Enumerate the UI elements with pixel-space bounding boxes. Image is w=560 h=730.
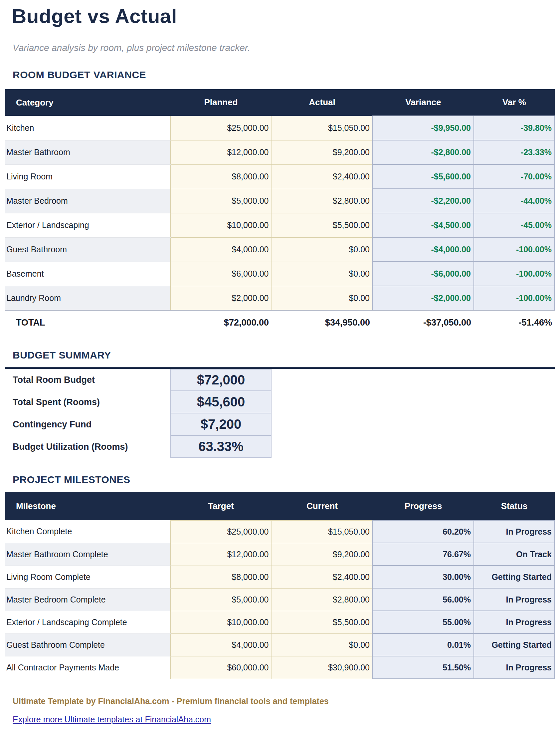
- category-cell: Basement: [5, 262, 170, 286]
- category-cell: Guest Bathroom: [5, 237, 170, 262]
- milestone-cell: Living Room Complete: [5, 566, 170, 588]
- summary-value: $7,200: [170, 414, 272, 436]
- category-cell: Master Bedroom: [5, 189, 170, 213]
- target-cell: $25,000.00: [170, 520, 272, 543]
- milestone-cell: All Contractor Payments Made: [5, 656, 170, 679]
- project-milestones-table: MilestoneTargetCurrentProgressStatus Kit…: [5, 492, 555, 679]
- total-variance: -$37,050.00: [373, 310, 474, 335]
- variance-cell: -$4,000.00: [373, 237, 474, 262]
- summary-section-heading: BUDGET SUMMARY: [13, 349, 548, 361]
- milestone-cell: Master Bathroom Complete: [5, 543, 170, 566]
- footer-link[interactable]: Explore more Ultimate templates at Finan…: [13, 715, 211, 724]
- status-cell: In Progress: [474, 656, 555, 679]
- summary-label: Total Spent (Rooms): [13, 391, 100, 414]
- milestone-column-header: Progress: [373, 492, 474, 520]
- variance-column-header: Category: [5, 89, 170, 116]
- table-row: Exterior / Landscaping$10,000.00$5,500.0…: [5, 213, 555, 237]
- progress-cell: 0.01%: [373, 634, 474, 656]
- variance-cell: -$5,600.00: [373, 164, 474, 189]
- variance-column-header: Actual: [272, 89, 373, 116]
- table-row: Kitchen Complete$25,000.00$15,050.0060.2…: [5, 520, 555, 543]
- target-cell: $10,000.00: [170, 611, 272, 634]
- total-planned: $72,000.00: [170, 310, 272, 335]
- variance-cell: -$2,000.00: [373, 286, 474, 310]
- planned-cell: $2,000.00: [170, 286, 272, 310]
- planned-cell: $25,000.00: [170, 116, 272, 140]
- summary-value: 63.33%: [170, 436, 272, 458]
- progress-cell: 51.50%: [373, 656, 474, 679]
- var-pct-cell: -45.00%: [474, 213, 555, 237]
- category-cell: Laundry Room: [5, 286, 170, 310]
- planned-cell: $4,000.00: [170, 237, 272, 262]
- progress-cell: 56.00%: [373, 588, 474, 611]
- variance-cell: -$6,000.00: [373, 262, 474, 286]
- milestone-cell: Guest Bathroom Complete: [5, 634, 170, 656]
- variance-column-header: Var %: [474, 89, 555, 116]
- summary-value: $72,000: [170, 369, 272, 391]
- actual-cell: $0.00: [272, 286, 373, 310]
- summary-label: Total Room Budget: [13, 369, 95, 391]
- target-cell: $4,000.00: [170, 634, 272, 656]
- table-row: Living Room Complete$8,000.00$2,400.0030…: [5, 566, 555, 588]
- var-pct-cell: -100.00%: [474, 237, 555, 262]
- table-row: Master Bathroom$12,000.00$9,200.00-$2,80…: [5, 140, 555, 164]
- page-title: Budget vs Actual: [12, 0, 548, 27]
- table-row: Guest Bathroom Complete$4,000.00$0.000.0…: [5, 634, 555, 656]
- var-pct-cell: -23.33%: [474, 140, 555, 164]
- planned-cell: $6,000.00: [170, 262, 272, 286]
- actual-cell: $2,400.00: [272, 164, 373, 189]
- summary-row: Budget Utilization (Rooms)63.33%: [5, 436, 555, 458]
- category-cell: Living Room: [5, 164, 170, 189]
- var-pct-cell: -100.00%: [474, 286, 555, 310]
- planned-cell: $12,000.00: [170, 140, 272, 164]
- actual-cell: $0.00: [272, 237, 373, 262]
- milestone-column-header: Status: [474, 492, 555, 520]
- status-cell: In Progress: [474, 588, 555, 611]
- variance-cell: -$9,950.00: [373, 116, 474, 140]
- current-cell: $2,400.00: [272, 566, 373, 588]
- table-row: Laundry Room$2,000.00$0.00-$2,000.00-100…: [5, 286, 555, 310]
- current-cell: $2,800.00: [272, 588, 373, 611]
- variance-cell: -$2,800.00: [373, 140, 474, 164]
- table-row: Master Bedroom$5,000.00$2,800.00-$2,200.…: [5, 189, 555, 213]
- milestone-cell: Exterior / Landscaping Complete: [5, 611, 170, 634]
- status-cell: In Progress: [474, 520, 555, 543]
- milestone-column-header: Milestone: [5, 492, 170, 520]
- page-subtitle: Variance analysis by room, plus project …: [13, 43, 548, 53]
- var-pct-cell: -70.00%: [474, 164, 555, 189]
- progress-cell: 60.20%: [373, 520, 474, 543]
- table-row: Exterior / Landscaping Complete$10,000.0…: [5, 611, 555, 634]
- progress-cell: 55.00%: [373, 611, 474, 634]
- table-row: Basement$6,000.00$0.00-$6,000.00-100.00%: [5, 262, 555, 286]
- milestones-table-header: MilestoneTargetCurrentProgressStatus: [5, 492, 555, 520]
- var-pct-cell: -44.00%: [474, 189, 555, 213]
- table-row: Master Bedroom Complete$5,000.00$2,800.0…: [5, 588, 555, 611]
- summary-row: Contingency Fund$7,200: [5, 414, 555, 436]
- total-var-pct: -51.46%: [474, 310, 555, 335]
- actual-cell: $9,200.00: [272, 140, 373, 164]
- current-cell: $30,900.00: [272, 656, 373, 679]
- current-cell: $0.00: [272, 634, 373, 656]
- variance-cell: -$2,200.00: [373, 189, 474, 213]
- category-cell: Exterior / Landscaping: [5, 213, 170, 237]
- planned-cell: $5,000.00: [170, 189, 272, 213]
- budget-vs-actual-page: Budget vs Actual Variance analysis by ro…: [0, 0, 560, 730]
- footer-tagline: Ultimate Template by FinancialAha.com - …: [13, 696, 548, 706]
- table-row: Kitchen$25,000.00$15,050.00-$9,950.00-39…: [5, 116, 555, 140]
- actual-cell: $15,050.00: [272, 116, 373, 140]
- actual-cell: $0.00: [272, 262, 373, 286]
- variance-table-header: CategoryPlannedActualVarianceVar %: [5, 89, 555, 116]
- status-cell: Getting Started: [474, 566, 555, 588]
- status-cell: On Track: [474, 543, 555, 566]
- milestone-column-header: Target: [170, 492, 272, 520]
- planned-cell: $10,000.00: [170, 213, 272, 237]
- target-cell: $8,000.00: [170, 566, 272, 588]
- progress-cell: 30.00%: [373, 566, 474, 588]
- table-row: Living Room$8,000.00$2,400.00-$5,600.00-…: [5, 164, 555, 189]
- actual-cell: $2,800.00: [272, 189, 373, 213]
- table-row: Master Bathroom Complete$12,000.00$9,200…: [5, 543, 555, 566]
- summary-row: Total Room Budget$72,000: [5, 369, 555, 391]
- milestone-cell: Master Bedroom Complete: [5, 588, 170, 611]
- var-pct-cell: -100.00%: [474, 262, 555, 286]
- planned-cell: $8,000.00: [170, 164, 272, 189]
